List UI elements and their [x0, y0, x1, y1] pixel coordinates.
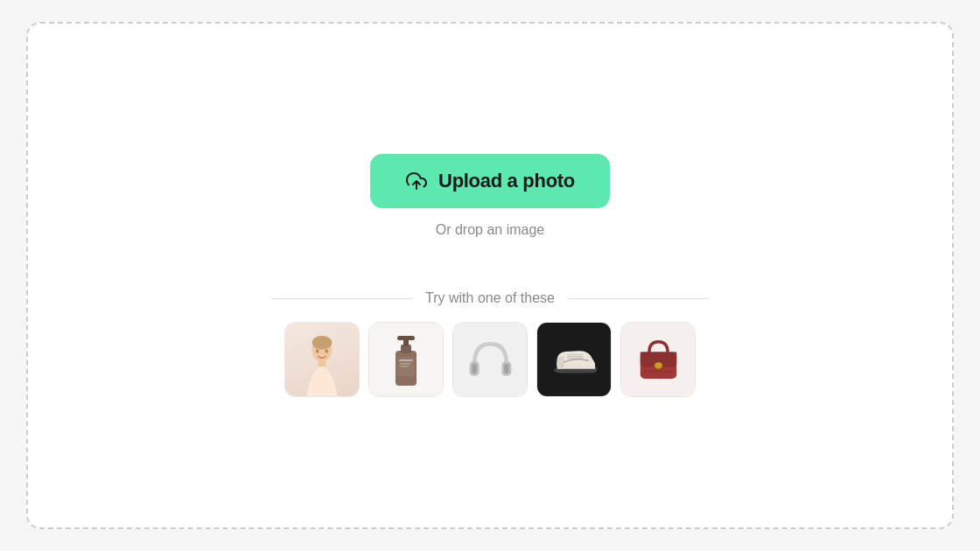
samples-label-text: Try with one of these [425, 290, 555, 306]
svg-point-4 [316, 349, 319, 352]
upload-photo-button[interactable]: Upload a photo [370, 154, 610, 208]
thumb-person-bg [285, 323, 359, 396]
thumb-bag-bg [621, 323, 695, 396]
thumb-headphones-bg [453, 323, 527, 396]
svg-rect-13 [400, 366, 409, 367]
svg-rect-11 [399, 359, 413, 361]
left-divider [271, 298, 411, 299]
upload-section: Upload a photo Or drop an image [370, 154, 610, 238]
sample-thumb-headphones[interactable] [452, 322, 528, 397]
drop-hint-text: Or drop an image [436, 222, 545, 238]
thumb-bottle-bg [369, 323, 443, 396]
sample-images-row [284, 322, 696, 397]
samples-section: Try with one of these [271, 290, 709, 397]
svg-rect-17 [504, 364, 509, 373]
svg-rect-24 [656, 365, 660, 366]
samples-label-row: Try with one of these [271, 290, 709, 306]
drop-zone[interactable]: Upload a photo Or drop an image Try with… [26, 22, 954, 529]
svg-rect-3 [318, 360, 326, 366]
sample-thumb-bottle[interactable] [368, 322, 444, 397]
svg-rect-9 [397, 336, 415, 340]
upload-button-label: Upload a photo [438, 170, 575, 192]
sample-thumb-person[interactable] [284, 322, 360, 397]
thumb-sneakers-bg [537, 323, 611, 396]
svg-point-2 [312, 336, 332, 350]
svg-point-5 [326, 349, 329, 352]
upload-icon [405, 170, 428, 192]
sample-thumb-handbag[interactable] [620, 322, 696, 397]
svg-rect-12 [400, 363, 410, 365]
sample-thumb-sneakers[interactable] [536, 322, 612, 397]
svg-rect-16 [472, 364, 477, 373]
right-divider [569, 298, 709, 299]
